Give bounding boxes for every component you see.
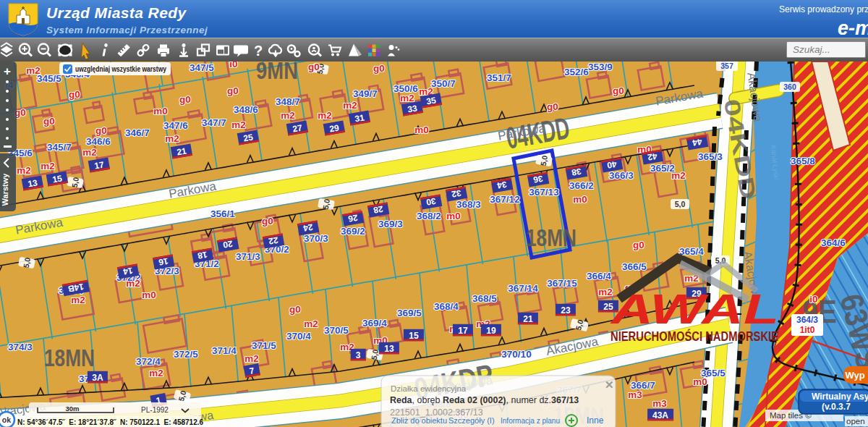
svg-text:370/3: 370/3 [304, 233, 328, 244]
svg-text:368/2: 368/2 [417, 211, 441, 221]
svg-text:372/5: 372/5 [174, 349, 198, 360]
svg-text:360: 360 [783, 83, 796, 91]
svg-text:m0: m0 [693, 376, 707, 387]
svg-text:g0: g0 [95, 125, 107, 136]
svg-text:ok: ok [2, 415, 11, 424]
svg-text:Wyp: Wyp [845, 370, 864, 381]
svg-text:366/3: 366/3 [609, 170, 634, 181]
svg-text:32: 32 [451, 187, 462, 199]
svg-text:m2: m2 [26, 65, 41, 76]
svg-text:AWAL: AWAL [609, 285, 779, 332]
svg-text:345/5: 345/5 [37, 73, 61, 84]
svg-text:369/3: 369/3 [378, 219, 403, 229]
svg-text:370/10: 370/10 [501, 349, 531, 360]
svg-text:17: 17 [458, 326, 468, 336]
svg-text:367/13: 367/13 [529, 187, 559, 198]
svg-text:29: 29 [328, 122, 340, 134]
svg-text:15: 15 [51, 173, 63, 185]
svg-text:Szczegóły (I): Szczegóły (I) [448, 416, 495, 425]
svg-text:m2: m2 [82, 147, 97, 158]
svg-text:31: 31 [354, 112, 365, 124]
svg-text:365/3: 365/3 [698, 151, 723, 162]
svg-text:(v.0.3.7: (v.0.3.7 [822, 402, 851, 412]
svg-text:345/7: 345/7 [47, 142, 72, 153]
svg-text:34: 34 [496, 179, 508, 190]
svg-text:365/8: 365/8 [791, 156, 815, 166]
svg-text:44: 44 [692, 136, 703, 148]
svg-text:m2: m2 [318, 110, 332, 121]
svg-text:Wirtualny Asys: Wirtualny Asys [812, 392, 868, 402]
svg-text:18MN: 18MN [44, 344, 95, 371]
svg-text:371/3: 371/3 [236, 251, 260, 262]
svg-text:5,0: 5,0 [70, 177, 80, 189]
svg-text:i0: i0 [809, 294, 817, 305]
svg-text:g0: g0 [262, 216, 273, 227]
svg-text:g0: g0 [69, 89, 80, 100]
svg-text:353/9: 353/9 [588, 62, 613, 72]
svg-text:m3: m3 [628, 389, 642, 400]
svg-text:Informacja z planu: Informacja z planu [501, 416, 560, 425]
svg-text:368/3: 368/3 [456, 199, 481, 210]
svg-text:27: 27 [292, 122, 303, 134]
svg-text:13: 13 [384, 344, 394, 354]
svg-text:m2: m2 [400, 93, 414, 103]
svg-text:13: 13 [27, 177, 38, 189]
svg-text:35: 35 [425, 95, 437, 106]
svg-text:m2: m2 [149, 368, 163, 379]
svg-text:369/4: 369/4 [362, 318, 387, 329]
svg-text:347/6: 347/6 [163, 120, 188, 131]
svg-text:uwzględniaj wszystkie warstwy: uwzględniaj wszystkie warstwy [75, 64, 166, 73]
svg-text:25: 25 [242, 132, 254, 143]
svg-text:m2: m2 [165, 133, 179, 144]
svg-text:367/15: 367/15 [547, 278, 577, 289]
svg-text:351/7: 351/7 [487, 72, 511, 83]
svg-text:g0: g0 [227, 85, 239, 96]
svg-text:364/6: 364/6 [821, 237, 846, 248]
svg-text:366/4: 366/4 [587, 271, 611, 282]
svg-text:19: 19 [486, 326, 496, 336]
svg-text:357: 357 [720, 62, 733, 70]
svg-text:36: 36 [532, 173, 544, 185]
svg-text:28: 28 [373, 203, 384, 215]
svg-text:5,0: 5,0 [22, 257, 32, 269]
svg-text:m0: m0 [446, 211, 461, 221]
svg-text:Zbliż do obiektu: Zbliż do obiektu [391, 416, 447, 425]
svg-text:g0: g0 [179, 94, 191, 105]
svg-text:g0: g0 [308, 62, 320, 72]
svg-text:m2: m2 [17, 165, 31, 176]
svg-text:m2: m2 [281, 110, 295, 121]
svg-text:348/7: 348/7 [276, 96, 300, 107]
svg-text:30: 30 [425, 195, 437, 207]
svg-text:21: 21 [176, 145, 187, 157]
svg-text:9MN: 9MN [256, 62, 298, 84]
svg-text:374/3: 374/3 [8, 342, 33, 352]
svg-text:✕: ✕ [605, 379, 614, 391]
svg-text:371/4: 371/4 [212, 345, 237, 356]
svg-text:20: 20 [222, 238, 234, 250]
svg-text:1it0: 1it0 [800, 325, 815, 335]
svg-text:g0: g0 [43, 116, 55, 127]
svg-text:346/6: 346/6 [86, 136, 111, 147]
svg-text:g0: g0 [633, 240, 644, 250]
svg-text:+: + [4, 64, 11, 78]
svg-text:368/4: 368/4 [434, 301, 459, 312]
svg-text:14: 14 [122, 265, 134, 276]
svg-text:g0: g0 [613, 85, 624, 96]
svg-text:346/7: 346/7 [125, 127, 150, 138]
svg-text:367/12: 367/12 [490, 194, 519, 205]
svg-text:?: ? [254, 43, 263, 59]
svg-text:m2: m2 [71, 295, 85, 305]
svg-text:369/5: 369/5 [397, 308, 422, 318]
svg-text:18: 18 [197, 249, 208, 261]
svg-text:15: 15 [409, 331, 419, 341]
svg-text:g0: g0 [289, 304, 301, 315]
svg-text:3A: 3A [92, 373, 103, 383]
svg-text:348/6: 348/6 [234, 104, 258, 115]
svg-text:369/2: 369/2 [341, 226, 365, 237]
svg-text:23: 23 [561, 305, 571, 316]
svg-text:m2: m2 [343, 100, 357, 111]
svg-text:18MN: 18MN [526, 224, 576, 251]
svg-text:30m: 30m [65, 405, 79, 413]
svg-text:26: 26 [347, 212, 359, 224]
svg-text:m2: m2 [598, 287, 613, 297]
